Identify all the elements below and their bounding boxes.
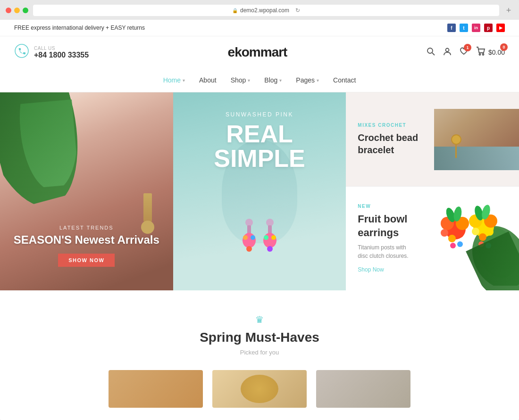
spring-section: ♛ Spring Must-Haves Picked for you	[0, 290, 519, 420]
shop-now-link[interactable]: Shop Now	[358, 266, 384, 273]
banner-text: FREE express international delivery + EA…	[14, 25, 145, 31]
hero-right-column: MIXES CROCHET Crochet bead bracelet	[346, 92, 519, 290]
pages-chevron: ▾	[317, 78, 319, 83]
cart-icon-wrap[interactable]: 0 $0.00	[476, 46, 505, 59]
minimize-button[interactable]	[14, 8, 20, 13]
crown-icon: ♛	[14, 314, 505, 325]
spring-product-1[interactable]	[109, 370, 203, 408]
svg-point-0	[15, 44, 28, 58]
svg-line-2	[432, 53, 435, 55]
twitter-icon[interactable]: t	[460, 24, 468, 32]
nav-contact[interactable]: Contact	[333, 74, 356, 86]
blog-chevron: ▾	[279, 78, 282, 83]
svg-point-6	[245, 219, 253, 226]
svg-point-15	[264, 235, 268, 240]
cart-icon[interactable]	[476, 46, 486, 59]
crochet-tag: MIXES CROCHET	[358, 123, 425, 128]
fruit-earrings-title: Fruit bowl earrings	[358, 213, 418, 239]
svg-point-36	[450, 243, 456, 248]
svg-point-35	[486, 228, 494, 236]
maximize-button[interactable]	[23, 8, 28, 13]
svg-point-5	[482, 54, 484, 55]
svg-point-8	[243, 233, 256, 248]
svg-point-27	[456, 230, 464, 238]
crochet-title: Crochet bead bracelet	[358, 132, 425, 156]
earrings-display	[231, 213, 288, 281]
svg-point-33	[472, 228, 479, 235]
hero-card-3-image	[434, 109, 519, 170]
svg-point-9	[243, 235, 248, 240]
hero-card-1: LATEST TRENDS SEASON'S Newest Arrivals S…	[0, 92, 173, 290]
hero-card-2: SUNWASHED PINK REAL SIMPLE	[173, 92, 346, 290]
lock-icon: 🔒	[232, 8, 238, 13]
svg-point-25	[441, 229, 448, 237]
wishlist-icon-wrap: 1	[459, 47, 469, 58]
hero-title-2-line2: SIMPLE	[173, 146, 346, 171]
search-icon[interactable]	[426, 47, 435, 58]
main-nav: Home ▾ About Shop ▾ Blog ▾ Pages ▾ Conta…	[0, 68, 519, 92]
show-now-button[interactable]: SHOW NOW	[58, 254, 115, 267]
traffic-lights	[6, 8, 28, 13]
hero-card-4: NEW Fruit bowl earrings Titanium posts w…	[346, 187, 519, 290]
cart-badge: 0	[500, 43, 508, 51]
hero-card-4-content: NEW Fruit bowl earrings Titanium posts w…	[346, 194, 425, 283]
browser-titlebar: 🔒 demo2.wpopal.com ↻ +	[0, 5, 519, 20]
site-header: CALL US +84 1800 33355 ekommart	[0, 36, 519, 68]
nav-shop[interactable]: Shop ▾	[231, 74, 251, 86]
svg-point-4	[479, 54, 480, 55]
fruit-earrings-desc: Titanium posts with disc clutch closures…	[358, 243, 418, 260]
svg-point-12	[266, 219, 274, 226]
hero-card-3-content: MIXES CROCHET Crochet bead bracelet	[346, 113, 434, 165]
spring-product-2[interactable]	[212, 370, 307, 408]
svg-point-26	[448, 235, 456, 242]
facebook-icon[interactable]: f	[447, 24, 456, 32]
header-left: CALL US +84 1800 33355	[14, 43, 89, 61]
nav-about[interactable]: About	[199, 74, 217, 86]
svg-point-10	[251, 235, 255, 240]
hero-title-1: SEASON'S Newest Arrivals	[0, 233, 173, 247]
nav-home[interactable]: Home ▾	[163, 74, 185, 86]
spring-product-3[interactable]	[316, 370, 410, 408]
phone-icon	[14, 43, 29, 61]
hero-section: LATEST TRENDS SEASON'S Newest Arrivals S…	[0, 92, 519, 290]
svg-point-16	[271, 235, 276, 240]
instagram-icon[interactable]: in	[472, 24, 480, 32]
spring-subtitle: Picked for you	[14, 349, 505, 356]
new-tag: NEW	[358, 204, 418, 209]
spring-title: Spring Must-Haves	[14, 330, 505, 345]
hero-title-2-line1: REAL	[173, 122, 346, 146]
header-right: 1 0 $0.00	[426, 46, 505, 59]
svg-point-17	[267, 246, 273, 252]
spring-products	[14, 370, 505, 408]
site-logo[interactable]: ekommart	[228, 45, 287, 60]
svg-point-3	[445, 48, 449, 51]
top-banner: FREE express international delivery + EA…	[0, 20, 519, 36]
hero-card-3: MIXES CROCHET Crochet bead bracelet	[346, 92, 519, 187]
reload-icon[interactable]: ↻	[295, 7, 300, 14]
svg-point-14	[263, 233, 276, 248]
browser-chrome: 🔒 demo2.wpopal.com ↻ +	[0, 0, 519, 20]
account-icon[interactable]	[443, 47, 452, 58]
url-text: demo2.wpopal.com	[240, 7, 289, 14]
social-icons: f t in p ▶	[447, 24, 505, 32]
call-info: CALL US +84 1800 33355	[34, 46, 89, 59]
hero-tag-1: LATEST TRENDS	[0, 225, 173, 231]
nav-pages[interactable]: Pages ▾	[296, 74, 319, 86]
svg-point-11	[246, 246, 252, 252]
new-tab-button[interactable]: +	[504, 6, 513, 15]
svg-point-34	[479, 233, 486, 241]
close-button[interactable]	[6, 8, 11, 13]
address-bar[interactable]: 🔒 demo2.wpopal.com ↻	[33, 5, 499, 16]
shop-chevron: ▾	[248, 78, 250, 83]
hero-card-1-overlay: LATEST TRENDS SEASON'S Newest Arrivals S…	[0, 225, 173, 267]
hero-subtitle-2: SUNWASHED PINK	[173, 111, 346, 118]
website-content: FREE express international delivery + EA…	[0, 20, 519, 420]
nav-blog[interactable]: Blog ▾	[264, 74, 282, 86]
phone-number: +84 1800 33355	[34, 51, 89, 59]
svg-point-1	[427, 48, 433, 53]
home-chevron: ▾	[183, 78, 185, 83]
call-us-label: CALL US	[34, 46, 89, 51]
youtube-icon[interactable]: ▶	[496, 24, 505, 32]
browser-window: 🔒 demo2.wpopal.com ↻ + FREE express inte…	[0, 0, 519, 420]
pinterest-icon[interactable]: p	[484, 24, 493, 32]
